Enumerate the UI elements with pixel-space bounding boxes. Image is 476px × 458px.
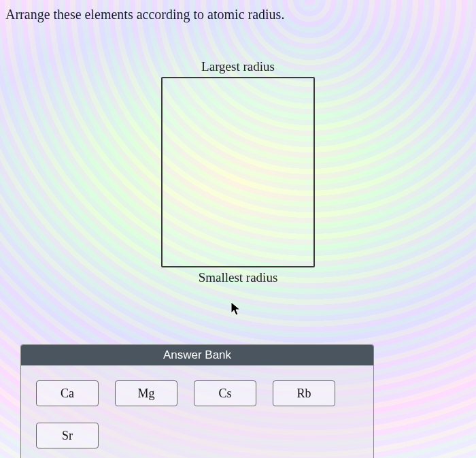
element-tile-rb[interactable]: Rb [273,380,335,406]
element-tile-mg[interactable]: Mg [115,380,177,406]
answer-bank-header: Answer Bank [21,345,373,365]
element-tile-cs[interactable]: Cs [194,380,256,406]
question-text: Arrange these elements according to atom… [0,0,476,22]
answer-bank: Answer Bank Ca Mg Cs Rb Sr [20,344,374,458]
answer-bank-body: Ca Mg Cs Rb Sr [21,365,373,458]
largest-label: Largest radius [201,59,275,74]
element-tile-sr[interactable]: Sr [36,423,99,448]
cursor-icon [230,301,242,316]
ranking-dropzone[interactable] [161,77,315,267]
smallest-label: Smallest radius [199,270,278,285]
ranking-exercise: Largest radius Smallest radius [0,56,476,288]
element-tile-ca[interactable]: Ca [36,380,99,406]
